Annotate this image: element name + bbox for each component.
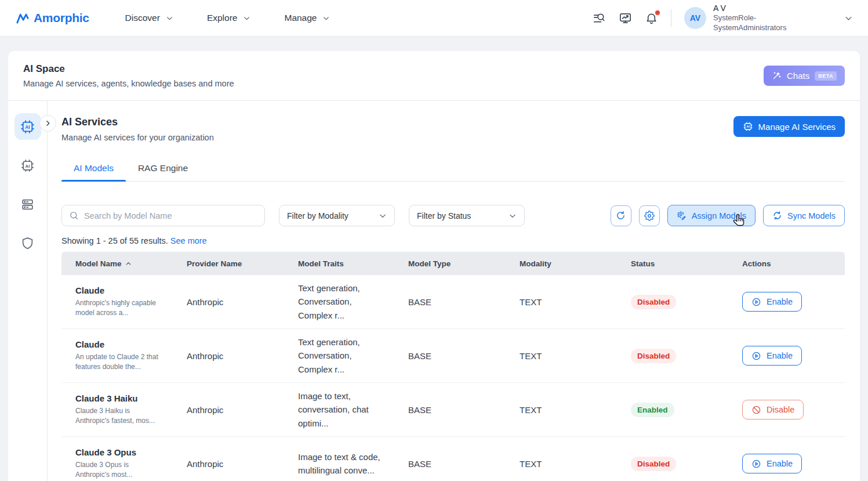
table-row[interactable]: Claude Anthropic's highly capable model … [61,275,845,329]
ai-space-card: AI Space Manage AI services, agents, kno… [8,51,860,481]
results-count: Showing 1 - 25 of 55 results. [61,236,168,245]
modality: TEXT [506,291,617,313]
notifications-bell-icon[interactable] [645,12,658,25]
chevron-down-icon [379,212,387,220]
column-modality[interactable]: Modality [506,259,617,268]
play-circle-icon [751,297,761,307]
model-description: Claude 3 Haiku is Anthropic's fastest, m… [75,406,159,426]
action-button[interactable]: Enable [742,346,802,366]
shield-icon [20,236,35,251]
column-label: Model Name [75,259,122,268]
side-rail: AI AI [8,101,48,481]
model-traits: Text generation, Conversation, Complex r… [284,276,394,328]
column-actions: Actions [728,259,845,268]
sort-asc-icon [125,261,132,267]
ai-chip-icon: AI [743,121,753,132]
nav-menu-label: Manage [284,13,317,23]
table-row[interactable]: Claude 3 Haiku Claude 3 Haiku is Anthrop… [61,383,845,437]
nav-menu-discover[interactable]: Discover [125,13,173,23]
settings-button[interactable] [639,205,660,226]
provider-name: Anthropic [173,291,284,313]
refresh-icon [616,211,626,220]
nav-menu-manage[interactable]: Manage [284,13,330,23]
see-more-link[interactable]: See more [170,236,207,245]
action-button[interactable]: Disable [742,400,804,419]
model-name: Claude 3 Haiku [75,393,159,403]
ai-space-header: AI Space Manage AI services, agents, kno… [8,51,860,101]
brand-name: Amorphic [34,11,89,25]
column-provider-name[interactable]: Provider Name [173,259,284,268]
column-status[interactable]: Status [617,259,728,268]
tab-bar: AI Models RAG Engine [61,157,845,182]
monitoring-icon[interactable] [619,12,632,25]
magic-wand-icon [772,71,782,81]
column-label: Actions [742,259,771,268]
column-model-name[interactable]: Model Name [61,259,173,268]
table-row[interactable]: Claude 3 Opus Claude 3 Opus is Anthropic… [61,437,845,481]
search-input[interactable] [84,211,257,220]
model-traits: Image to text, conversation, chat optimi… [284,384,394,436]
action-button[interactable]: Enable [742,454,802,473]
table-row[interactable]: Claude An update to Claude 2 that featur… [61,329,845,383]
manage-button-label: Manage AI Services [758,122,836,132]
assign-models-button[interactable]: Assign Models [667,205,756,226]
svg-text:AI: AI [26,163,30,168]
filter-status-label: Filter by Status [417,211,471,220]
table-header: Model Name Provider Name Model Traits Mo… [61,252,845,275]
sync-icon [772,211,782,220]
refresh-button[interactable] [611,205,631,226]
model-description: An update to Claude 2 that features doub… [75,352,159,372]
sidebar-item-guardrails[interactable] [14,230,41,256]
brand-logo[interactable]: Amorphic [15,10,89,26]
top-navbar: Amorphic Discover Explore Manage [0,0,868,37]
sidebar-item-inference-servers[interactable] [14,191,41,218]
status-badge: Disabled [631,295,676,309]
status-badge: Disabled [631,457,676,471]
chevron-down-icon [509,212,517,220]
chevron-down-icon [322,15,330,22]
column-model-type[interactable]: Model Type [394,259,506,268]
action-button[interactable]: Enable [742,292,802,312]
sync-models-button[interactable]: Sync Models [763,205,845,226]
tab-rag-engine[interactable]: RAG Engine [126,157,200,181]
manage-ai-services-button[interactable]: AI Manage AI Services [733,116,845,137]
ai-services-panel: AI Services Manage AI services for your … [48,101,860,481]
chats-button[interactable]: Chats BETA [764,66,845,86]
model-description: Anthropic's highly capable model across … [75,298,159,319]
sidebar-collapse-button[interactable] [39,115,56,132]
global-search-icon[interactable] [593,12,606,25]
play-circle-icon [751,351,761,361]
table-body: Claude Anthropic's highly capable model … [61,275,845,481]
amorphic-logo-icon [15,10,30,26]
sync-models-label: Sync Models [787,211,836,220]
user-name: A V [713,3,806,13]
sidebar-item-ai-services[interactable]: AI [14,113,41,140]
section-subtitle: Manage AI services for your organization [61,133,214,142]
block-icon [751,405,761,415]
model-name: Claude [75,285,159,295]
model-search-box[interactable] [61,205,265,226]
search-icon [69,211,79,220]
user-menu-chevron-icon[interactable] [844,14,853,23]
modality: TEXT [506,453,617,475]
gear-icon [644,211,655,221]
action-label: Enable [767,297,793,306]
user-menu[interactable]: AV A V SystemRole-SystemAdministrators [684,3,806,33]
results-summary: Showing 1 - 25 of 55 results. See more [61,236,845,245]
tab-ai-models[interactable]: AI Models [61,157,126,181]
ai-chip-outline-icon: AI [20,158,35,173]
gear-edit-icon [677,211,687,220]
provider-name: Anthropic [173,345,284,367]
filter-modality-select[interactable]: Filter by Modality [279,205,395,226]
action-label: Disable [767,405,794,414]
column-label: Provider Name [187,259,242,268]
column-model-traits[interactable]: Model Traits [284,259,394,268]
filter-status-select[interactable]: Filter by Status [409,205,525,226]
avatar: AV [684,7,706,29]
svg-text:AI: AI [25,124,30,129]
nav-menu-explore[interactable]: Explore [207,13,251,23]
sidebar-item-ai-models[interactable]: AI [14,152,41,179]
model-traits: Text generation, Conversation, Complex r… [284,330,394,382]
assign-models-label: Assign Models [692,211,746,220]
model-name: Claude [75,339,159,349]
